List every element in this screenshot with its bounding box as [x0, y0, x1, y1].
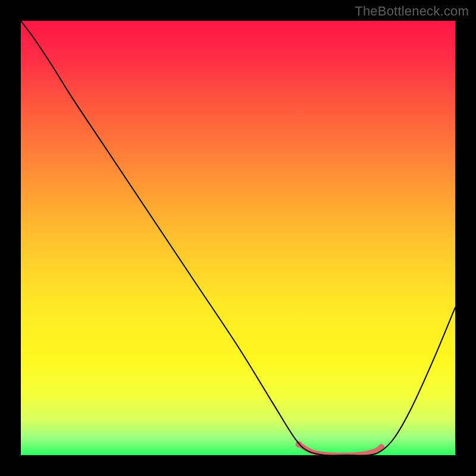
plot-area	[21, 21, 455, 455]
watermark-text: TheBottleneck.com	[355, 4, 469, 19]
highlight-band	[299, 444, 381, 455]
curve-layer	[21, 21, 455, 455]
bottleneck-curve	[21, 21, 455, 455]
